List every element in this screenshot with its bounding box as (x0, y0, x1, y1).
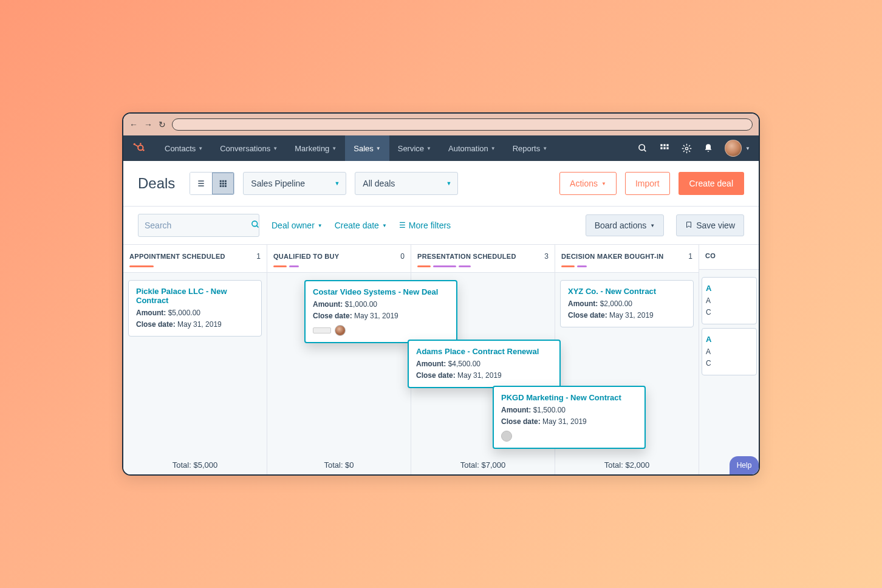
owner-avatar-icon (501, 431, 512, 442)
chevron-down-icon: ▼ (601, 181, 606, 186)
deal-close-date: Close date: May 31, 2019 (501, 416, 637, 428)
view-toggle (190, 172, 234, 195)
nav-item-reports[interactable]: Reports▼ (504, 135, 556, 161)
svg-line-29 (256, 225, 258, 227)
search-icon[interactable] (251, 220, 260, 231)
column-total: Total: $2,000 (555, 456, 699, 474)
more-filters-button[interactable]: ☰ More filters (399, 220, 451, 230)
nav-label: Service (398, 144, 424, 153)
svg-rect-23 (222, 183, 224, 185)
deal-card-dragging[interactable]: Adams Place - Contract Renewal Amount: $… (408, 340, 561, 388)
create-date-filter[interactable]: Create date ▼ (335, 220, 387, 230)
svg-point-28 (252, 220, 258, 226)
deal-amount: A (706, 295, 753, 307)
import-button[interactable]: Import (625, 172, 670, 195)
deal-card[interactable]: Pickle Palace LLC - New Contract Amount:… (128, 280, 262, 337)
help-button[interactable]: Help (730, 456, 759, 474)
notification-icon[interactable] (703, 143, 714, 154)
svg-rect-19 (220, 180, 222, 182)
nav-item-sales[interactable]: Sales▼ (345, 135, 389, 161)
deal-amount: Amount: $5,000.00 (136, 307, 254, 319)
save-view-button[interactable]: Save view (676, 214, 744, 236)
chevron-down-icon: ▼ (332, 146, 337, 151)
column-title: APPOINTMENT SCHEDULED (129, 253, 225, 260)
column-total: Total: $0 (267, 456, 411, 474)
deal-card-dragging[interactable]: Costar Video Systems - New Deal Amount: … (304, 280, 457, 343)
chevron-down-icon: ▼ (650, 223, 655, 228)
deal-close-date: C (706, 358, 753, 369)
nav-label: Sales (354, 144, 374, 153)
svg-rect-22 (220, 183, 222, 185)
nav-label: Conversations (220, 144, 270, 153)
column-total: Total: $5,000 (123, 456, 267, 474)
deal-owner-filter[interactable]: Deal owner ▼ (272, 220, 323, 230)
actions-button[interactable]: Actions ▼ (559, 172, 617, 195)
deal-card-dragging[interactable]: PKGD Marketing - New Contract Amount: $1… (493, 386, 646, 449)
nav-label: Reports (513, 144, 541, 153)
nav-item-marketing[interactable]: Marketing▼ (286, 135, 345, 161)
back-icon[interactable]: ← (129, 120, 138, 129)
search-icon[interactable] (637, 143, 648, 154)
column-header: CO (699, 245, 759, 270)
column-header: APPOINTMENT SCHEDULED 1 (123, 245, 267, 273)
column-progress-bars (273, 265, 405, 267)
pipeline-select[interactable]: Sales Pipeline ▼ (243, 172, 346, 195)
column-body[interactable]: A A C A A C (699, 270, 759, 465)
column-progress-bars (561, 265, 692, 267)
board-view-button[interactable] (212, 173, 234, 194)
forward-icon[interactable]: → (144, 120, 152, 129)
deal-card[interactable]: XYZ Co. - New Contract Amount: $2,000.00… (560, 280, 694, 327)
marketplace-icon[interactable] (659, 143, 670, 154)
column-title: QUALIFIED TO BUY (273, 253, 340, 260)
page-toolbar: Deals Sales Pipeline ▼ All deals ▼ Actio… (123, 161, 759, 207)
svg-point-1 (140, 143, 142, 145)
nav-item-automation[interactable]: Automation▼ (440, 135, 504, 161)
reload-icon[interactable]: ↻ (159, 120, 166, 129)
deal-card[interactable]: A A C (702, 277, 757, 324)
board-actions-button[interactable]: Board actions ▼ (586, 214, 665, 236)
svg-point-7 (639, 145, 644, 150)
board-column: CO A A C A A C (699, 245, 759, 474)
settings-icon[interactable] (681, 143, 692, 154)
svg-rect-14 (666, 147, 668, 149)
deal-title: Pickle Palace LLC - New Contract (136, 287, 254, 305)
column-body[interactable]: Pickle Palace LLC - New Contract Amount:… (123, 273, 267, 456)
deal-card[interactable]: A A C (702, 328, 757, 375)
user-menu[interactable]: ▼ (725, 140, 750, 157)
list-view-button[interactable] (190, 173, 212, 194)
chevron-down-icon: ▼ (745, 146, 750, 151)
company-badge-icon (313, 327, 331, 333)
column-count: 1 (256, 252, 261, 261)
svg-rect-26 (222, 185, 224, 187)
kanban-board: APPOINTMENT SCHEDULED 1 Pickle Palace LL… (123, 244, 759, 474)
column-count: 3 (544, 252, 549, 261)
hubspot-logo-icon[interactable] (132, 142, 145, 155)
svg-line-8 (644, 149, 646, 151)
owner-avatar-icon (335, 325, 346, 336)
deal-title: A (706, 335, 753, 344)
svg-rect-12 (660, 147, 662, 149)
chevron-down-icon: ▼ (318, 223, 323, 228)
nav-item-contacts[interactable]: Contacts▼ (156, 135, 211, 161)
filter-toolbar: Deal owner ▼ Create date ▼ ☰ More filter… (123, 207, 759, 244)
deal-title: A (706, 284, 753, 293)
chevron-down-icon: ▼ (334, 180, 340, 186)
deal-title: Costar Video Systems - New Deal (313, 287, 449, 296)
svg-rect-24 (225, 183, 227, 185)
chevron-down-icon: ▼ (273, 146, 278, 151)
search-input[interactable] (145, 220, 251, 230)
deal-amount: Amount: $4,500.00 (416, 358, 552, 370)
page-title: Deals (138, 175, 175, 192)
column-title: DECISION MAKER BOUGHT-IN (561, 253, 664, 260)
create-deal-button[interactable]: Create deal (679, 172, 744, 195)
column-total: Total: $7,000 (411, 456, 555, 474)
chevron-down-icon: ▼ (542, 146, 547, 151)
nav-item-service[interactable]: Service▼ (389, 135, 440, 161)
svg-rect-9 (660, 144, 662, 146)
deal-owner-avatars (313, 325, 449, 336)
nav-item-conversations[interactable]: Conversations▼ (211, 135, 286, 161)
chevron-down-icon: ▼ (446, 180, 451, 186)
url-bar[interactable] (172, 118, 753, 131)
view-select[interactable]: All deals ▼ (355, 172, 458, 195)
nav-label: Contacts (165, 144, 196, 153)
